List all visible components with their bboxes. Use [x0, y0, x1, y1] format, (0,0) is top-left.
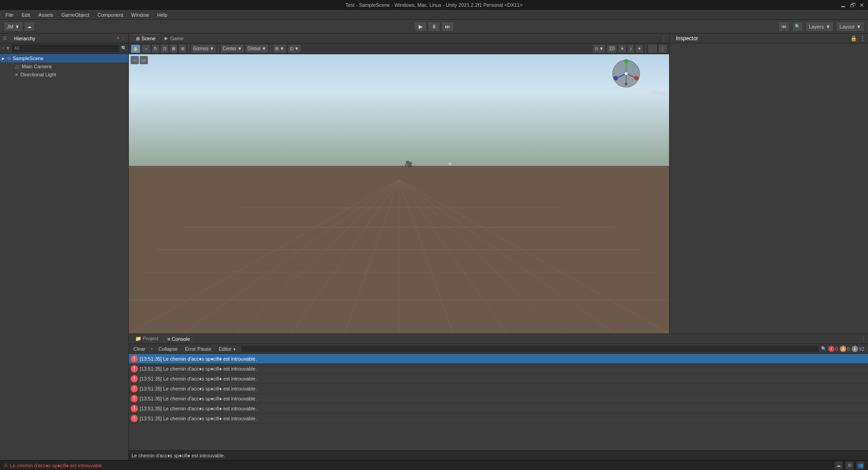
tab-scene[interactable]: ⊞ Scene — [132, 34, 160, 42]
scene-settings[interactable]: ⋮ — [658, 44, 667, 53]
snap-btn[interactable]: ⊞ ▼ — [273, 44, 287, 53]
tool-scale[interactable]: ⊡ — [160, 44, 169, 53]
bottom-tab-more[interactable]: ⋮ — [861, 336, 866, 342]
fx-btn[interactable]: ✦ — [635, 44, 643, 53]
tab-console[interactable]: ≡ Console — [163, 335, 194, 343]
console-row[interactable]: ! [13:51:35] Le chemin d'acc♦s sp♦cifi♦ … — [129, 384, 868, 394]
scene-inspector-row: ⊞ Scene ▶ Game ⋮ ✋ ↔ ↻ ⊡ ⊠ ⊛ — [129, 33, 868, 334]
audio-btn[interactable]: ♪ — [627, 44, 634, 53]
scene-viewport[interactable]: < Persp 🎥 ✳ — ▭ — [129, 54, 669, 334]
scene-gizmo[interactable] — [610, 58, 642, 89]
hierarchy-item-samplescene[interactable]: ▶ ⊙ SampleScene ⋮ — [0, 54, 128, 62]
status-cloud-icon[interactable]: ☁ — [835, 461, 843, 470]
account-dropdown[interactable]: JM ▼ — [4, 22, 23, 32]
search-button[interactable]: 🔍 — [792, 22, 803, 32]
playmode-controls: ▶ ⏸ ⏭ — [414, 22, 454, 32]
lighting-btn[interactable]: ☀ — [618, 44, 627, 53]
scene-expand-icon[interactable]: ▭ — [140, 56, 148, 64]
menu-file[interactable]: File — [2, 11, 17, 19]
layers-dropdown[interactable]: Layers ▼ — [806, 22, 834, 32]
console-row[interactable]: ! [13:51:35] Le chemin d'acc♦s sp♦cifi♦ … — [129, 364, 868, 374]
inspector-tab-label[interactable]: Inspector — [672, 34, 702, 42]
project-icon: 📁 — [135, 336, 143, 341]
hierarchy-add-icon[interactable]: + — [117, 36, 119, 41]
tool-move[interactable]: ↔ — [142, 44, 151, 53]
tool-rotate[interactable]: ↻ — [151, 44, 160, 53]
console-row[interactable]: ! [13:51:35] Le chemin d'acc♦s sp♦cifi♦ … — [129, 414, 868, 423]
scene-menu-icon[interactable]: ⋮ — [120, 55, 127, 62]
tool-hand[interactable]: ✋ — [131, 44, 141, 53]
console-row[interactable]: ! [13:51:35] Le chemin d'acc♦s sp♦cifi♦ … — [129, 394, 868, 404]
maximize-button[interactable]: 🗗 — [850, 2, 856, 9]
scene-game-more-icon[interactable]: ⋮ — [661, 35, 666, 42]
console-toolbar: Clear ▼ Collapse Error Pause Editor 🔍 ! … — [129, 344, 868, 354]
pause-button[interactable]: ⏸ — [428, 22, 440, 32]
menu-window[interactable]: Window — [127, 11, 152, 19]
add-icon[interactable]: + ▼ — [2, 46, 10, 51]
menu-gameobject[interactable]: GameObject — [58, 11, 93, 19]
console-row[interactable]: ! [13:51:35] Le chemin d'acc♦s sp♦cifi♦ … — [129, 374, 868, 384]
persp-mode[interactable]: ⊙ ▼ — [592, 44, 606, 53]
status-collab-icon[interactable]: 👥 — [856, 461, 864, 470]
console-content: ! [13:51:35] Le chemin d'acc♦s sp♦cifi♦ … — [129, 354, 868, 450]
status-build-icon[interactable]: ⚙ — [845, 461, 854, 470]
tool-rect[interactable]: ⊠ — [170, 44, 178, 53]
info-badge-icon: i — [852, 346, 858, 352]
pivot-toggle[interactable]: Center ▼ — [221, 44, 245, 53]
scene-icon: ⊙ — [7, 56, 11, 61]
clear-dropdown-icon[interactable]: ▼ — [150, 347, 154, 351]
tab-game[interactable]: ▶ Game — [160, 35, 188, 42]
status-bar: ⚠ Le chemin d'acc♦s sp♦cifi♦ est introuv… — [0, 460, 868, 470]
hierarchy-more-icon[interactable]: ⋮ — [121, 36, 126, 41]
step-button[interactable]: ⏭ — [441, 22, 454, 32]
inspector-panel: Inspector 🔒 ⋮ — [669, 33, 868, 334]
view-btn[interactable]: ⊡ ▼ — [288, 44, 302, 53]
hierarchy-hamburger-icon: ☰ — [3, 36, 7, 41]
console-row[interactable]: ! [13:51:35] Le chemin d'acc♦s sp♦cifi♦ … — [129, 354, 868, 364]
layout-dropdown[interactable]: Layout ▼ — [836, 22, 864, 32]
hierarchy-toolbar: + ▼ 🔍 — [0, 43, 128, 53]
console-search-input[interactable] — [241, 345, 819, 352]
separator-4 — [645, 45, 646, 53]
layers-chevron: ▼ — [826, 24, 830, 29]
inspector-more-icon[interactable]: ⋮ — [860, 35, 865, 42]
hierarchy-item-directionallight[interactable]: ☀ Directional Light — [0, 70, 128, 79]
menu-edit[interactable]: Edit — [18, 11, 34, 19]
scene-minimize-icon[interactable]: — — [131, 56, 139, 64]
hierarchy-content: ▶ ⊙ SampleScene ⋮ 🎥 Main Camera ☀ Direct… — [0, 53, 128, 460]
menu-assets[interactable]: Assets — [35, 11, 57, 19]
console-row[interactable]: ! [13:51:35] Le chemin d'acc♦s sp♦cifi♦ … — [129, 404, 868, 414]
play-button[interactable]: ▶ — [414, 22, 427, 32]
svg-point-25 — [625, 72, 627, 75]
error-badge-icon: ! — [828, 346, 835, 352]
hierarchy-item-maincamera[interactable]: 🎥 Main Camera — [0, 62, 128, 70]
hierarchy-tab[interactable]: Hierarchy — [10, 35, 39, 42]
2d-btn[interactable]: 2D — [607, 44, 617, 53]
minimize-button[interactable]: 🗕 — [840, 2, 846, 9]
error-pause-button[interactable]: Error Pause — [182, 346, 214, 352]
tab-project[interactable]: 📁 Project — [131, 335, 163, 343]
camera-settings[interactable]: 🎥 — [647, 44, 657, 53]
error-count: 0 — [835, 346, 838, 352]
svg-point-18 — [624, 59, 628, 64]
history-button[interactable]: ⏮ — [778, 22, 789, 32]
tool-transform[interactable]: ⊛ — [179, 44, 187, 53]
close-button[interactable]: ✕ — [859, 2, 864, 9]
editor-dropdown[interactable]: Editor — [216, 346, 239, 352]
cloud-button[interactable]: ☁ — [24, 22, 35, 32]
hierarchy-search-input[interactable] — [12, 45, 119, 52]
search-icon[interactable]: 🔍 — [121, 46, 127, 51]
inspector-lock-icon[interactable]: 🔒 — [850, 35, 857, 42]
console-message-text: [13:51:35] Le chemin d'acc♦s sp♦cifi♦ es… — [140, 386, 866, 391]
console-search-icon[interactable]: 🔍 — [821, 346, 826, 351]
gizmo-dropdown[interactable]: Gizmos ▼ — [191, 44, 217, 53]
clear-button[interactable]: Clear — [131, 346, 148, 352]
menu-help[interactable]: Help — [153, 11, 171, 19]
game-tab-icon: ▶ — [165, 36, 168, 41]
menu-component[interactable]: Component — [94, 11, 127, 19]
local-toggle[interactable]: Global ▼ — [245, 44, 269, 53]
collapse-button[interactable]: Collapse — [156, 346, 180, 352]
center-area: ⊞ Scene ▶ Game ⋮ ✋ ↔ ↻ ⊡ ⊠ ⊛ — [129, 33, 669, 334]
scene-top-left-controls: — ▭ — [131, 56, 148, 64]
status-error-message: Le chemin d'acc♦s sp♦cifi♦ est introuvab… — [10, 463, 104, 468]
